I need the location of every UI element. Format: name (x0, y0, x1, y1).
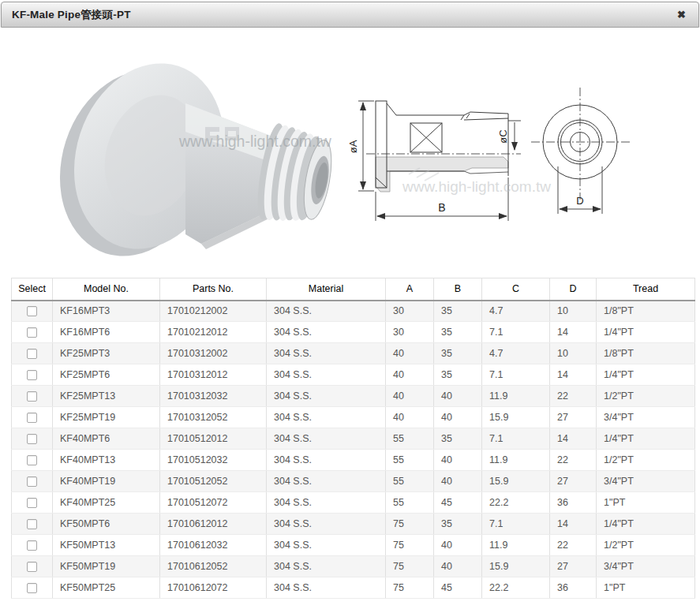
a-cell: 55 (386, 471, 434, 492)
c-cell: 7.1 (482, 428, 550, 450)
a-cell: 40 (386, 407, 434, 428)
column-header-material: Material (267, 278, 386, 301)
row-select-checkbox[interactable] (27, 519, 37, 529)
model-cell: KF25MPT3 (53, 343, 160, 364)
material-cell: 304 S.S. (267, 428, 386, 450)
row-select-checkbox[interactable] (27, 562, 37, 572)
product-photo-3d: www.high-light.com.tw (43, 58, 339, 256)
row-select-checkbox[interactable] (27, 434, 37, 444)
section-box (410, 123, 442, 152)
table-row: KF40MPT1917010512052304 S.S.554015.9273/… (12, 471, 695, 492)
a-cell: 40 (386, 386, 434, 407)
select-cell (12, 450, 53, 471)
close-icon[interactable]: ✖ (677, 9, 698, 20)
material-cell: 304 S.S. (267, 535, 386, 556)
model-cell: KF16MPT3 (53, 301, 160, 322)
b-cell: 40 (434, 535, 482, 556)
a-cell: 40 (386, 364, 434, 386)
d-cell: 22 (550, 386, 597, 407)
b-cell: 35 (434, 343, 482, 364)
c-cell: 15.9 (482, 407, 550, 428)
a-cell: 30 (386, 322, 434, 343)
model-cell: KF40MPT25 (53, 492, 160, 514)
d-cell: 36 (550, 577, 597, 599)
watermark-drawing: www.high-light.com.tw (402, 168, 551, 195)
tread-cell: 1/2"PT (597, 450, 695, 471)
model-cell: KF16MPT6 (53, 322, 160, 343)
a-cell: 75 (386, 535, 434, 556)
tread-cell: 1"PT (597, 577, 695, 599)
c-cell: 15.9 (482, 471, 550, 492)
model-cell: KF50MPT13 (53, 535, 160, 556)
row-select-checkbox[interactable] (27, 413, 37, 423)
row-select-checkbox[interactable] (27, 476, 37, 487)
d-cell: 22 (550, 450, 597, 471)
row-select-checkbox[interactable] (27, 349, 37, 359)
table-row: KF16MPT317010212002304 S.S.30354.7101/8"… (12, 301, 695, 322)
model-cell: KF25MPT19 (53, 407, 160, 428)
b-cell: 40 (434, 556, 482, 577)
material-cell: 304 S.S. (267, 471, 386, 492)
material-cell: 304 S.S. (267, 492, 386, 514)
row-select-checkbox[interactable] (27, 391, 37, 402)
b-cell: 35 (434, 322, 482, 343)
model-cell: KF50MPT25 (53, 577, 160, 599)
a-cell: 55 (386, 450, 434, 471)
a-cell: 75 (386, 514, 434, 535)
a-cell: 40 (386, 343, 434, 364)
table-row: KF25MPT1317010312032304 S.S.404011.9221/… (12, 386, 695, 407)
tread-cell: 1/8"PT (597, 343, 695, 364)
column-header-c: C (482, 278, 550, 301)
row-select-checkbox[interactable] (27, 540, 37, 551)
d-cell: 14 (550, 428, 597, 450)
select-cell (12, 343, 53, 364)
table-row: KF50MPT2517010612072304 S.S.754522.2361"… (12, 577, 695, 599)
table-row: KF25MPT617010312012304 S.S.40357.1141/4"… (12, 364, 695, 386)
dim-label-d: D (576, 195, 583, 207)
column-header-tread: Tread (597, 278, 695, 301)
select-cell (12, 492, 53, 514)
b-cell: 40 (434, 450, 482, 471)
parts-cell: 17010512072 (160, 492, 267, 514)
row-select-checkbox[interactable] (27, 306, 37, 316)
column-header-select: Select (12, 278, 53, 301)
a-cell: 75 (386, 577, 434, 599)
dim-label-dia-c: øC (497, 129, 509, 143)
table-row: KF50MPT1317010612032304 S.S.754011.9221/… (12, 535, 695, 556)
c-cell: 4.7 (482, 343, 550, 364)
material-cell: 304 S.S. (267, 514, 386, 535)
row-select-checkbox[interactable] (27, 498, 37, 508)
table-row: KF16MPT617010212012304 S.S.30357.1141/4"… (12, 322, 695, 343)
material-cell: 304 S.S. (267, 577, 386, 599)
table-row: KF25MPT317010312002304 S.S.40354.7101/8"… (12, 343, 695, 364)
b-cell: 35 (434, 428, 482, 450)
model-cell: KF50MPT6 (53, 514, 160, 535)
select-cell (12, 301, 53, 322)
dim-dia-c (508, 121, 521, 150)
select-cell (12, 577, 53, 599)
a-cell: 30 (386, 301, 434, 322)
tread-cell: 1/2"PT (597, 535, 695, 556)
parts-cell: 17010512012 (160, 428, 267, 450)
product-dialog: KF-Male Pipe管接頭-PT ✖ (0, 2, 700, 609)
table-row: KF50MPT617010612012304 S.S.75357.1141/4"… (12, 514, 695, 535)
row-select-checkbox[interactable] (27, 370, 37, 380)
c-cell: 11.9 (482, 450, 550, 471)
c-cell: 11.9 (482, 535, 550, 556)
d-cell: 14 (550, 322, 597, 343)
row-select-checkbox[interactable] (27, 583, 37, 593)
material-cell: 304 S.S. (267, 556, 386, 577)
b-cell: 35 (434, 301, 482, 322)
select-cell (12, 535, 53, 556)
row-select-checkbox[interactable] (27, 455, 37, 465)
select-cell (12, 407, 53, 428)
parts-cell: 17010512052 (160, 471, 267, 492)
b-cell: 40 (434, 407, 482, 428)
tread-cell: 1/4"PT (597, 364, 695, 386)
table-body: KF16MPT317010212002304 S.S.30354.7101/8"… (12, 301, 695, 599)
dim-label-b: B (438, 201, 445, 214)
material-cell: 304 S.S. (267, 301, 386, 322)
row-select-checkbox[interactable] (27, 327, 37, 338)
tread-cell: 3/4"PT (597, 407, 695, 428)
select-cell (12, 386, 53, 407)
